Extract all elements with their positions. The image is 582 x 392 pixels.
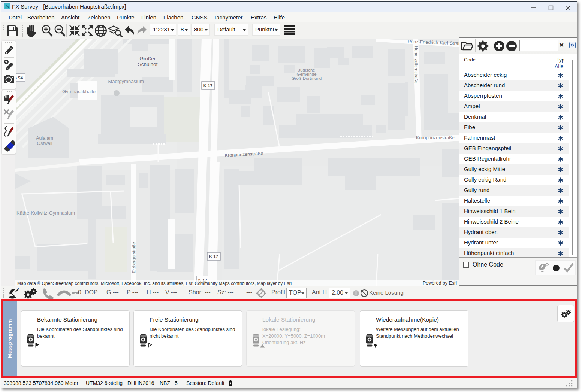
svg-text:K 17: K 17 [203, 83, 212, 88]
svg-text:Hohenzollernstraße: Hohenzollernstraße [414, 46, 419, 83]
svg-text:Aula am: Aula am [36, 136, 53, 141]
svg-text:K 17: K 17 [209, 254, 218, 259]
svg-text:Erzbergerstraße: Erzbergerstraße [132, 242, 136, 273]
svg-text:Käthe-Kollwitz-Gymnasium: Käthe-Kollwitz-Gymnasium [16, 210, 75, 216]
svg-text:Schulhof: Schulhof [138, 61, 158, 67]
svg-text:Groß-Dortmund: Groß-Dortmund [292, 76, 322, 80]
svg-text:Großer: Großer [140, 56, 156, 61]
svg-text:Kronprinzenstraße: Kronprinzenstraße [416, 135, 455, 140]
svg-text:Ostwall: Ostwall [37, 141, 52, 146]
svg-text:Gymnastikhalle: Gymnastikhalle [62, 89, 96, 94]
svg-text:Stadtgymnasium: Stadtgymnasium [108, 79, 144, 84]
